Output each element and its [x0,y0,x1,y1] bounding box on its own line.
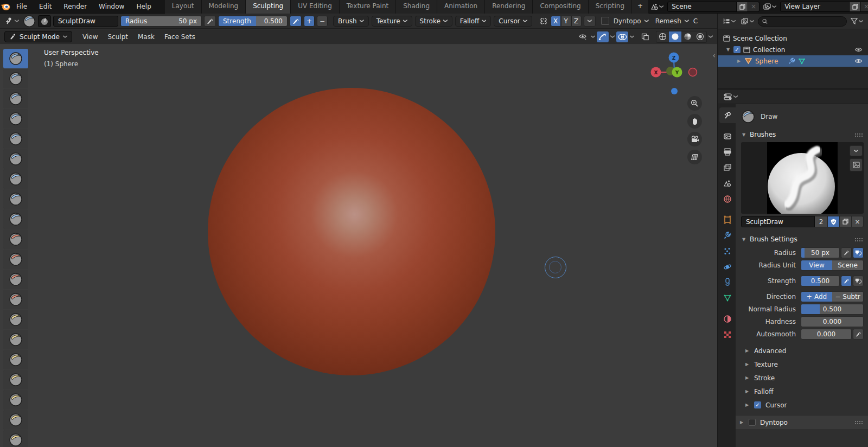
properties-tab-scene[interactable] [719,175,736,191]
shading-solid-button[interactable] [669,31,681,42]
stroke-subpanel-header[interactable]: ▶Stroke [741,371,864,385]
view-layer-name-field[interactable]: View Layer [780,2,850,12]
menu-help[interactable]: Help [130,3,157,10]
dyntopo-checkbox[interactable] [601,17,609,25]
properties-tab-object[interactable] [719,212,736,227]
editor-type-button[interactable] [3,16,21,27]
mode-dropdown[interactable]: Sculpt Mode [4,31,72,42]
texture-dropdown[interactable]: Texture [372,16,412,27]
brush-tool-draw-sharp[interactable] [3,69,28,88]
stroke-dropdown[interactable]: Stroke [415,16,452,27]
workspace-tab-sculpting[interactable]: Sculpting [246,0,291,14]
navigation-gizmo[interactable]: Z X Y [647,49,701,99]
brush-tool-draw[interactable] [3,49,28,68]
cursor-subpanel-header[interactable]: ▶ ✓ Cursor [741,398,864,412]
brush-name-field[interactable]: SculptDraw [53,16,118,27]
workspace-tab-layout[interactable]: Layout [165,0,202,14]
radius-pressure-button[interactable] [841,247,852,258]
brush-select-dropdown[interactable] [850,145,863,156]
active-brush-icon[interactable] [23,15,36,28]
view-layer-copy-button[interactable] [850,2,861,12]
symmetry-y-button[interactable]: Y [561,16,571,27]
direction-subtract-button[interactable]: − [317,16,328,27]
brush-tool-clay-strips[interactable] [3,109,28,129]
chevron-down-icon[interactable] [591,35,595,38]
radius-unit-scene-button[interactable]: Scene [832,260,863,270]
workspace-tab-compositing[interactable]: Compositing [533,0,588,14]
workspace-tab-scripting[interactable]: Scripting [589,0,632,14]
viewport-menu-face-sets[interactable]: Face Sets [159,31,200,42]
normal-radius-slider[interactable]: 0.500 [801,304,864,315]
zoom-icon[interactable] [687,96,702,111]
viewport-menu-sculpt[interactable]: Sculpt [103,31,132,42]
brush-tool-elastic-deform[interactable] [3,330,28,349]
brush-preview-well[interactable] [741,142,864,214]
shading-material-button[interactable] [681,31,694,42]
advanced-subpanel-header[interactable]: ▶Advanced [741,344,864,357]
disclosure-open-icon[interactable]: ▼ [725,47,731,52]
pan-hand-icon[interactable] [687,114,702,129]
symmetry-options-dropdown[interactable] [584,16,596,27]
autosmooth-slider[interactable]: 0.000 [801,329,852,340]
brush-image-button[interactable] [850,158,863,171]
properties-tab-view-layer[interactable] [719,159,736,175]
cursor-dropdown[interactable]: Cursor [494,16,532,27]
brushes-panel-header[interactable]: ▼ Brushes [741,128,864,141]
dyntopo-dropdown[interactable]: Dyntopo [611,17,651,25]
gizmos-toggle-button[interactable] [597,31,609,42]
chevron-down-icon[interactable] [630,35,634,38]
brush-tool-layer[interactable] [3,149,28,169]
radius-pressure-button[interactable] [204,16,216,27]
brush-tool-blob[interactable] [3,189,28,209]
brush-tool-scrape[interactable] [3,270,28,289]
properties-tab-data[interactable] [719,290,736,306]
dyntopo-panel-header[interactable]: ▶ Dyntopo [736,415,868,429]
unified-radius-button[interactable] [853,247,864,258]
dyntopo-checkbox[interactable] [749,419,756,426]
unified-strength-button[interactable] [853,276,864,286]
unlink-datablock-button[interactable]: × [852,216,864,227]
orthographic-grid-icon[interactable] [687,150,702,164]
panel-grip-icon[interactable] [854,238,864,241]
brush-tool-snake-hook[interactable] [3,350,28,369]
hardness-slider[interactable]: 0.000 [801,316,864,327]
brush-tool-rotate[interactable] [3,430,28,447]
brush-tool-smooth[interactable] [3,229,28,249]
fake-user-shield-button[interactable] [828,216,840,227]
hide-eye-icon[interactable] [854,58,863,64]
view-layer-selector-icon[interactable] [762,3,778,10]
cursor-checkbox[interactable]: ✓ [754,401,761,408]
falloff-subpanel-header[interactable]: ▶Falloff [741,385,864,398]
brush-dropdown[interactable]: Brush [333,16,369,27]
direction-add-button[interactable]: +Add [801,292,832,302]
brush-tool-thumb[interactable] [3,370,28,389]
radius-value-slider[interactable]: 50 px [801,247,840,258]
menu-edit[interactable]: Edit [33,3,58,10]
brush-tool-nudge[interactable] [3,410,28,430]
strength-pressure-button[interactable] [290,16,302,27]
tree-row-scene-collection[interactable]: Scene Collection [718,33,868,44]
brush-user-count[interactable]: 2 [815,216,828,227]
brush-tool-pinch[interactable] [3,290,28,309]
radius-slider[interactable]: Radius 50 px [120,16,202,27]
visibility-toggle-button[interactable] [577,31,589,42]
viewport-menu-view[interactable]: View [78,31,103,42]
panel-grip-icon[interactable] [854,420,864,424]
workspace-tab-rendering[interactable]: Rendering [485,0,533,14]
strength-slider[interactable]: Strength 0.500 [218,16,288,27]
camera-view-icon[interactable] [687,132,702,146]
workspace-tab-uv-editing[interactable]: UV Editing [291,0,340,14]
overlays-toggle-button[interactable] [616,31,628,42]
brush-tool-crease[interactable] [3,209,28,229]
brush-tool-grab[interactable] [3,310,28,329]
brush-tool-inflate[interactable] [3,169,28,189]
strength-pressure-button[interactable] [841,276,852,286]
viewport-canvas[interactable]: User Perspective (1) Sphere [0,44,717,447]
shading-wireframe-button[interactable] [656,31,669,42]
disclosure-closed-icon[interactable]: ▶ [736,59,742,63]
sidebar-collapse-arrow[interactable]: ‹ [712,51,716,60]
properties-tab-material[interactable] [719,311,736,327]
workspace-tab-modeling[interactable]: Modeling [202,0,246,14]
brush-thumbnail-button[interactable] [38,15,51,27]
outliner-display-mode-button[interactable] [721,17,737,26]
